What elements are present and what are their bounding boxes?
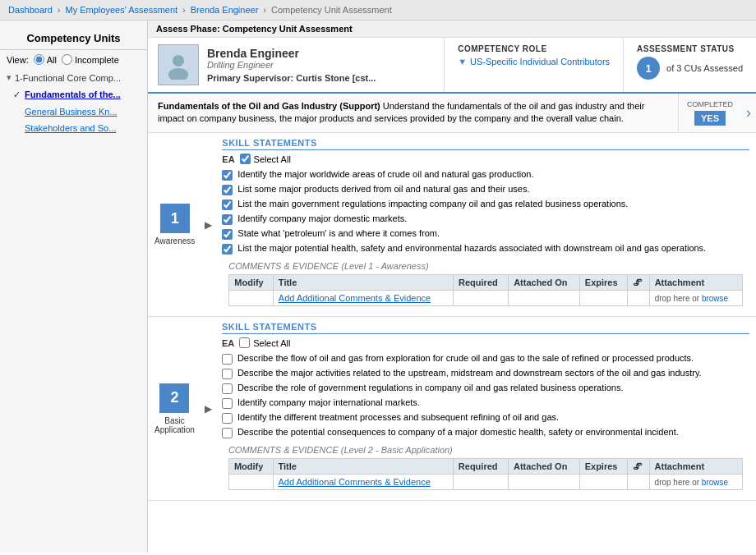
skill-item-1-4: State what 'petroleum' is and where it c… [222,227,749,241]
cu-header-text: Fundamentals of the Oil and Gas Industry… [148,94,678,132]
skill-expand-icon-2[interactable]: ▶ [201,317,215,500]
ce-required-cell-2 [453,475,508,490]
col-required-2: Required [453,459,508,475]
col-expires-2: Expires [579,459,627,475]
skill-checkbox-1-2[interactable] [222,200,233,210]
col-title-2: Title [273,459,453,475]
skill-checkbox-2-3[interactable] [222,398,233,409]
breadcrumb-my-employees[interactable]: My Employees' Assessment [66,5,178,15]
skill-checkbox-1-3[interactable] [222,214,233,225]
skill-item-1-2: List the main government regulations imp… [222,197,749,212]
skill-checkbox-2-5[interactable] [222,428,233,438]
sidebar-link-1[interactable]: General Business Kn... [25,107,118,117]
select-all-text-1: Select All [254,154,291,164]
sidebar: Competency Units View: All Incomplete ▾ … [0,21,148,553]
sidebar-link-2[interactable]: Stakeholders and So... [25,123,116,133]
sidebar-item-2[interactable]: Stakeholders and So... [0,120,147,136]
skill-checkbox-1-1[interactable] [222,185,233,195]
skill-section-2: 2 Basic Application ▶ SKILL STATEMENTS E… [148,317,756,501]
ce-add-link-cell-2[interactable]: Add Additional Comments & Evidence [273,475,453,490]
ce-icon-cell-1 [628,291,650,306]
skill-text-1-0: Identify the major worldwide areas of cr… [237,169,533,179]
skill-checkbox-2-0[interactable] [222,354,233,365]
col-attachment-1: Attachment [649,275,742,291]
ce-table-2: Modify Title Required Attached On Expire… [228,458,743,490]
skill-level-1: Awareness [154,236,195,245]
next-cu-arrow[interactable]: › [741,94,756,132]
skill-num-box-2: 2 [159,383,189,413]
ce-title-text-1: COMMENTS & EVIDENCE [228,261,339,271]
select-all-checkbox-2[interactable] [239,337,250,348]
browse-link-2[interactable]: browse [702,478,728,487]
col-attach-icon-1: 🖇 [628,275,650,291]
skill-item-1-3: Identify company major domestic markets. [222,212,749,227]
ea-label-1: EA [222,154,234,164]
browse-link-1[interactable]: browse [702,294,728,303]
ce-level-2: (Level 2 - Basic Application) [341,445,453,455]
skill-item-1-1: List some major products derived from oi… [222,182,749,197]
sidebar-section[interactable]: ▾ 1-Functional Core Comp... [0,69,147,86]
ce-level-1: (Level 1 - Awareness) [341,261,428,271]
add-evidence-link-2[interactable]: Add Additional Comments & Evidence [279,477,431,487]
view-incomplete-radio[interactable] [62,54,72,65]
skill-checkbox-1-0[interactable] [222,170,233,181]
drop-zone-2: drop here or browse [655,478,729,487]
skill-checkbox-2-4[interactable] [222,413,233,424]
svg-point-1 [168,68,188,80]
col-required-1: Required [454,275,509,291]
ce-modify-cell-1 [229,291,274,306]
ea-label-2: EA [222,338,234,348]
view-all-radio[interactable] [34,54,44,65]
skill-item-1-5: List the major potential health, safety … [222,241,749,256]
breadcrumb-engineer[interactable]: Brenda Engineer [191,5,259,15]
breadcrumb: Dashboard › My Employees' Assessment › B… [0,0,756,21]
skill-statements-title-2: SKILL STATEMENTS [222,322,749,334]
ce-drop-cell-2: drop here or browse [649,475,742,490]
breadcrumb-dashboard[interactable]: Dashboard [8,5,53,15]
drop-text-1: drop here or [655,294,699,303]
skill-item-2-0: Describe the flow of oil and gas from ex… [222,351,749,366]
view-all-label[interactable]: All [34,54,57,65]
skill-text-2-4: Identify the different treatment process… [237,412,559,422]
cu-content: Fundamentals of the Oil and Gas Industry… [148,94,756,553]
ce-expires-cell-1 [579,291,627,306]
competency-role-value[interactable]: ▼ US-Specific Individual Contributors [458,57,610,67]
status-circle: 1 [637,57,660,80]
svg-point-0 [173,55,184,67]
supervisor-label: Primary Supervisor: [207,73,293,83]
col-modify-2: Modify [228,459,273,475]
skill-checkbox-1-5[interactable] [222,244,233,255]
status-text: of 3 CUs Assessed [666,63,743,73]
skill-item-2-1: Describe the major activities related to… [222,366,749,381]
col-attach-icon-2: 🖇 [628,459,650,475]
status-content: 1 of 3 CUs Assessed [637,57,743,80]
skill-statements-title-1: SKILL STATEMENTS [222,138,749,150]
skill-text-2-2: Describe the role of government regulati… [237,383,624,392]
ce-row-2: Add Additional Comments & Evidence [228,475,742,490]
drop-zone-1: drop here or browse [655,294,729,303]
view-incomplete-label[interactable]: Incomplete [62,54,119,65]
sidebar-item-0[interactable]: ✓ Fundamentals of the... [0,86,147,103]
sidebar-item-1[interactable]: General Business Kn... [0,103,147,120]
content-area: Assess Phase: Competency Unit Assessment… [148,21,756,553]
sidebar-view: View: All Incomplete [0,50,147,69]
skill-checkbox-1-4[interactable] [222,229,233,240]
ce-attached-cell-2 [508,475,579,490]
skill-checkbox-2-2[interactable] [222,383,233,394]
profile-job-title: Drilling Engineer [207,60,376,70]
view-label: View: [7,55,29,65]
skill-text-2-3: Identify company major international mar… [237,397,420,407]
assess-phase-label: Assess Phase: [156,24,220,34]
skill-expand-icon-1[interactable]: ▶ [201,133,215,316]
drop-text-2: drop here or [655,478,699,487]
select-all-checkbox-1[interactable] [240,154,251,164]
ce-add-link-cell-1[interactable]: Add Additional Comments & Evidence [273,291,453,306]
skill-section-1: 1 Awareness ▶ SKILL STATEMENTS EA Select… [148,133,756,317]
col-attached-1: Attached On [509,275,580,291]
sidebar-link-0[interactable]: Fundamentals of the... [25,89,121,99]
skill-number-2: 2 Basic Application [148,317,201,500]
profile-info: Brenda Engineer Drilling Engineer Primar… [148,38,444,92]
skill-checkbox-2-1[interactable] [222,369,233,379]
skill-item-2-4: Identify the different treatment process… [222,411,749,425]
add-evidence-link-1[interactable]: Add Additional Comments & Evidence [279,293,431,303]
